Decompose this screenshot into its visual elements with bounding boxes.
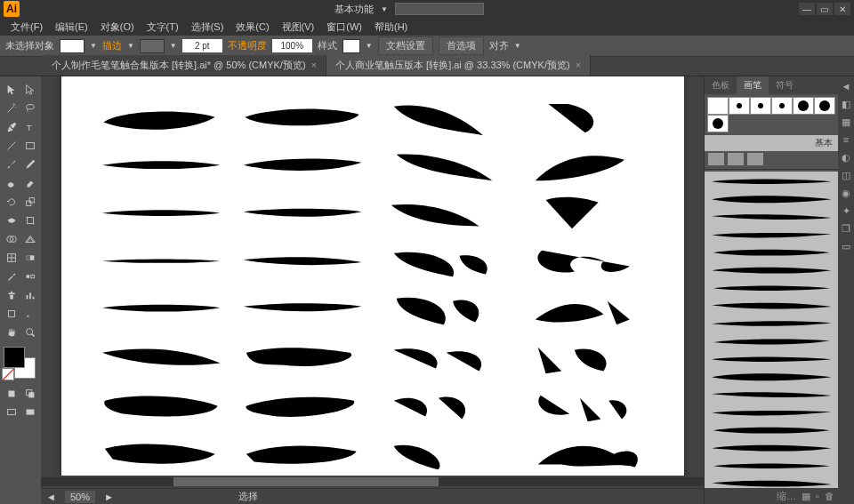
brush-list-item-1[interactable] bbox=[706, 173, 836, 189]
brush-list-item-17[interactable] bbox=[706, 458, 836, 474]
brush-list-item-13[interactable] bbox=[706, 387, 836, 403]
shape-builder-tool[interactable] bbox=[2, 229, 20, 248]
brush-list-item-2[interactable] bbox=[706, 191, 836, 207]
menu-view[interactable]: 视图(V) bbox=[277, 19, 320, 36]
perspective-grid-tool[interactable] bbox=[20, 229, 39, 248]
blend-tool[interactable] bbox=[20, 267, 39, 285]
maximize-button[interactable]: ▭ bbox=[817, 3, 833, 15]
panel-tab-brushes[interactable]: 画笔 bbox=[737, 76, 769, 94]
brush-list-item-15[interactable] bbox=[706, 422, 836, 438]
brush-preset-7[interactable] bbox=[707, 115, 729, 132]
brush-list-item-6[interactable] bbox=[706, 262, 836, 278]
menu-type[interactable]: 文字(T) bbox=[141, 19, 184, 36]
type-tool[interactable]: T bbox=[20, 117, 39, 136]
free-transform-tool[interactable] bbox=[20, 211, 39, 229]
dock-appearance-icon[interactable]: ◉ bbox=[839, 185, 853, 201]
brush-list-item-16[interactable] bbox=[706, 440, 836, 456]
brush-list-item-7[interactable] bbox=[706, 280, 836, 296]
menu-select[interactable]: 选择(S) bbox=[186, 19, 230, 36]
pen-tool[interactable] bbox=[2, 117, 20, 136]
eraser-tool[interactable] bbox=[20, 173, 39, 192]
zoom-tool[interactable] bbox=[20, 323, 39, 341]
brush-list-item-11[interactable] bbox=[706, 351, 836, 367]
brush-list-item-10[interactable] bbox=[706, 333, 836, 349]
panel-tab-symbols[interactable]: 符号 bbox=[769, 76, 801, 94]
eyedropper-tool[interactable] bbox=[2, 267, 20, 285]
delete-brush-icon[interactable]: 🗑 bbox=[825, 491, 834, 501]
stroke-weight-input[interactable] bbox=[182, 39, 222, 52]
menu-file[interactable]: 文件(F) bbox=[5, 19, 48, 36]
style-swatch[interactable] bbox=[342, 39, 360, 53]
brush-library-icon[interactable]: ▦ bbox=[802, 491, 810, 502]
opacity-input[interactable] bbox=[272, 39, 312, 52]
brush-preset-6[interactable] bbox=[814, 97, 835, 115]
dock-graphic-styles-icon[interactable]: ✦ bbox=[839, 203, 853, 219]
slice-tool[interactable] bbox=[20, 304, 39, 323]
dock-transparency-icon[interactable]: ◫ bbox=[839, 167, 853, 183]
dock-gradient-icon[interactable]: ◐ bbox=[839, 149, 853, 165]
rotate-tool[interactable] bbox=[2, 192, 20, 211]
menu-effect[interactable]: 效果(C) bbox=[230, 19, 274, 36]
menu-help[interactable]: 帮助(H) bbox=[369, 19, 413, 36]
brush-preset-1[interactable] bbox=[707, 97, 729, 115]
symbol-sprayer-tool[interactable] bbox=[2, 285, 20, 304]
menu-window[interactable]: 窗口(W) bbox=[321, 19, 367, 36]
brush-list-item-8[interactable] bbox=[706, 298, 836, 314]
drawing-mode-normal[interactable] bbox=[2, 384, 20, 403]
stroke-swatch[interactable] bbox=[140, 39, 165, 53]
brush-preset-5[interactable] bbox=[793, 97, 814, 115]
change-screen-mode[interactable] bbox=[20, 403, 39, 421]
brush-list-item-18[interactable] bbox=[706, 476, 836, 488]
brush-list-item-12[interactable] bbox=[706, 369, 836, 385]
artboard-tool[interactable] bbox=[2, 304, 20, 323]
selection-tool[interactable] bbox=[2, 80, 20, 99]
drawing-mode-behind[interactable] bbox=[20, 384, 39, 403]
rectangle-tool[interactable] bbox=[20, 136, 39, 155]
fill-color[interactable] bbox=[4, 347, 25, 368]
scale-tool[interactable] bbox=[20, 192, 39, 211]
brush-list-item-4[interactable] bbox=[706, 227, 836, 243]
dock-color-icon[interactable]: ◧ bbox=[839, 96, 853, 112]
tab-document-2[interactable]: 个人商业笔触压版本 [转换].ai @ 33.33% (CMYK/预览)× bbox=[326, 55, 591, 76]
brush-list[interactable] bbox=[705, 172, 838, 488]
brush-list-item-5[interactable] bbox=[706, 244, 836, 260]
width-tool[interactable] bbox=[2, 211, 20, 229]
brush-preset-4[interactable] bbox=[771, 97, 793, 115]
dock-swatches-icon[interactable]: ▦ bbox=[839, 114, 853, 130]
screen-mode[interactable] bbox=[2, 403, 20, 421]
line-tool[interactable] bbox=[2, 136, 20, 155]
blob-brush-tool[interactable] bbox=[2, 173, 20, 192]
minimize-button[interactable]: — bbox=[799, 3, 815, 15]
dock-layers-icon[interactable]: ❐ bbox=[839, 220, 853, 236]
brush-preset-3[interactable] bbox=[750, 97, 771, 115]
tab-document-1[interactable]: 个人制作毛笔笔触合集版本 [转换].ai* @ 50% (CMYK/预览)× bbox=[43, 55, 326, 76]
new-brush-icon[interactable]: ▫ bbox=[816, 491, 819, 501]
gradient-tool[interactable] bbox=[20, 248, 39, 267]
horizontal-scrollbar[interactable] bbox=[41, 476, 704, 488]
lasso-tool[interactable] bbox=[20, 99, 39, 117]
menu-edit[interactable]: 编辑(E) bbox=[50, 19, 93, 36]
brush-list-item-14[interactable] bbox=[706, 404, 836, 420]
magic-wand-tool[interactable] bbox=[2, 99, 20, 117]
search-input[interactable] bbox=[395, 3, 484, 15]
artboard-nav-prev[interactable]: ◄ bbox=[46, 492, 56, 502]
dock-stroke-icon[interactable]: ≡ bbox=[839, 132, 853, 148]
column-graph-tool[interactable] bbox=[20, 285, 39, 304]
fill-swatch[interactable] bbox=[60, 39, 85, 53]
artboard-nav-next[interactable]: ► bbox=[104, 492, 114, 502]
dock-artboards-icon[interactable]: ▭ bbox=[839, 238, 853, 254]
brush-preset-2[interactable] bbox=[729, 97, 750, 115]
brush-opt-2[interactable] bbox=[728, 153, 744, 165]
brush-opt-1[interactable] bbox=[708, 153, 724, 165]
preferences-button[interactable]: 首选项 bbox=[439, 36, 484, 55]
direct-selection-tool[interactable] bbox=[20, 80, 39, 99]
workspace-dropdown[interactable]: 基本功能 bbox=[334, 3, 374, 16]
paintbrush-tool[interactable] bbox=[2, 155, 20, 173]
none-color[interactable] bbox=[2, 368, 14, 380]
color-picker[interactable] bbox=[2, 345, 37, 380]
brush-list-item-3[interactable] bbox=[706, 209, 836, 225]
artboard[interactable] bbox=[61, 76, 684, 476]
dock-expand-icon[interactable]: ◄ bbox=[839, 78, 853, 94]
menu-object[interactable]: 对象(O) bbox=[95, 19, 140, 36]
mesh-tool[interactable] bbox=[2, 248, 20, 267]
